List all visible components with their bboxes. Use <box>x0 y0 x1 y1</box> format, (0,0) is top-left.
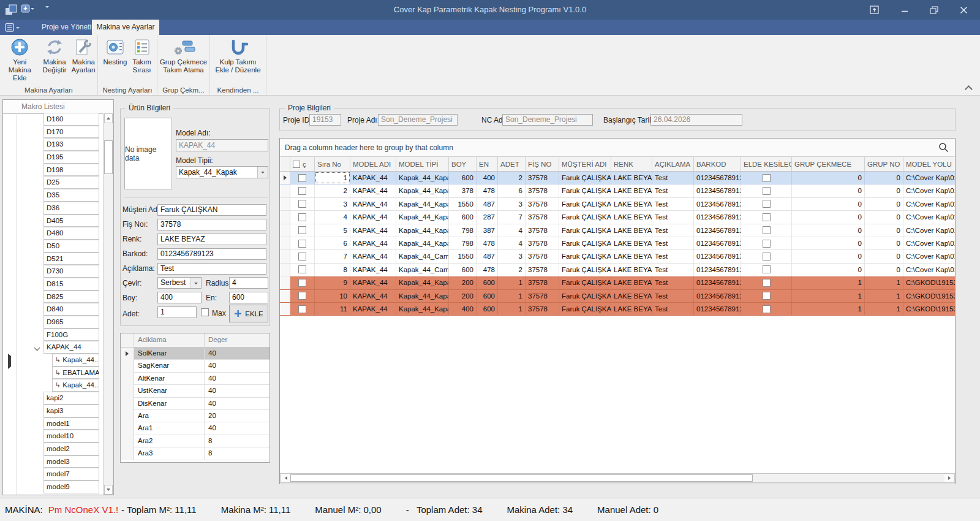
edges-cell-deger[interactable]: 8 <box>205 435 270 447</box>
grid-column-header[interactable]: MODEL TİPİ <box>396 157 449 171</box>
grid-column-header[interactable]: GRUP NO <box>865 157 903 171</box>
boy-field[interactable]: 400 <box>157 292 202 303</box>
edges-row[interactable]: Ara38 <box>121 447 270 460</box>
edges-cell-deger[interactable]: 40 <box>205 422 270 435</box>
grid-cell[interactable]: Faruk ÇALIŞKAN <box>559 250 611 262</box>
checkbox[interactable] <box>763 187 771 195</box>
grid-row[interactable]: 8KAPAK_44Kapak_44_Cam600478237578Faruk Ç… <box>280 264 955 276</box>
grid-cell[interactable]: C:\Cover Kap\01 <box>903 250 956 262</box>
grid-cell[interactable]: LAKE BEYAZ <box>611 303 652 315</box>
grid-cell[interactable]: 2 <box>498 264 526 276</box>
grid-cell[interactable]: Test <box>652 290 694 302</box>
grid-cell[interactable]: 0123456789123 <box>694 264 741 276</box>
field-input[interactable]: LAKE BEYAZ <box>157 234 266 245</box>
grid-column-header[interactable]: BARKOD <box>694 157 741 171</box>
grid-row[interactable]: 3KAPAK_44Kapak_44_Kapak1550487337578Faru… <box>280 198 955 211</box>
tab-makina-ve-ayarlar[interactable]: Makina ve Ayarlar <box>92 20 159 35</box>
edges-cell-aciklama[interactable]: Ara2 <box>134 435 205 447</box>
edges-cell-deger[interactable]: 40 <box>205 385 270 397</box>
grid-cell[interactable]: LAKE BEYAZ <box>611 237 652 249</box>
grid-cell[interactable]: 0 <box>792 237 865 249</box>
grid-cell[interactable]: C:\Cover Kap\01 <box>903 198 956 210</box>
grid-cell[interactable]: 287 <box>477 211 498 223</box>
checkbox[interactable] <box>298 174 306 182</box>
grid-cell[interactable]: C:\Cover Kap\01 <box>903 264 956 276</box>
grid-cell[interactable]: Test <box>652 237 694 249</box>
row-select-checkbox-cell[interactable] <box>290 184 315 197</box>
row-select-checkbox-cell[interactable] <box>290 290 315 302</box>
grid-cell[interactable]: C:\GKOD\19153_S <box>903 290 956 302</box>
tree-item[interactable]: D160 <box>3 113 103 126</box>
checkbox[interactable] <box>298 213 306 221</box>
scroll-down-button[interactable] <box>104 485 113 495</box>
grid-column-header[interactable]: Sıra No <box>315 157 350 171</box>
grid-cell[interactable]: 4 <box>498 224 526 237</box>
grid-cell[interactable]: 200 <box>449 276 477 289</box>
row-select-checkbox-cell[interactable] <box>290 211 315 223</box>
grid-cell[interactable]: 0 <box>792 172 865 184</box>
grid-cell[interactable]: KAPAK_44 <box>350 303 396 315</box>
tree-item[interactable]: model10 <box>3 430 103 443</box>
grid-cell[interactable]: 37578 <box>526 198 559 210</box>
elde-kesilecek-checkbox-cell[interactable] <box>741 172 792 184</box>
grid-cell[interactable]: 1 <box>865 290 903 302</box>
grid-cell[interactable]: Kapak_44_Kapak <box>396 290 449 302</box>
grid-column-header[interactable]: AÇIKLAMA <box>652 157 694 171</box>
checkbox[interactable] <box>763 265 771 273</box>
row-select-checkbox-cell[interactable] <box>290 264 315 276</box>
grid-cell[interactable]: 487 <box>477 250 498 262</box>
tree-item[interactable]: ↳EBATLAMA <box>3 367 103 380</box>
grid-cell[interactable]: 37578 <box>526 290 559 302</box>
grid-cell[interactable]: 0 <box>792 224 865 237</box>
grid-cell[interactable]: 37578 <box>526 250 559 262</box>
checkbox[interactable] <box>298 305 306 313</box>
grid-cell[interactable]: Faruk ÇALIŞKAN <box>559 211 611 223</box>
edges-cell-deger[interactable]: 8 <box>205 447 270 460</box>
edges-cell-aciklama[interactable]: SagKenar <box>134 360 205 372</box>
grid-cell[interactable]: Test <box>652 198 694 210</box>
grid-cell[interactable]: Kapak_44_Kapak <box>396 303 449 315</box>
grid-cell[interactable]: 0 <box>792 264 865 276</box>
tree-item[interactable]: D25 <box>3 177 103 189</box>
grid-cell[interactable]: 6 <box>498 184 526 197</box>
project-field-input[interactable]: 19153 <box>309 114 341 126</box>
grid-cell[interactable]: 1 <box>498 276 526 289</box>
checkbox[interactable] <box>298 253 306 260</box>
edges-cell-aciklama[interactable]: Ara <box>134 410 205 422</box>
grid-cell[interactable]: C:\Cover Kap\01 <box>903 172 956 184</box>
group-by-panel[interactable]: Drag a column header here to group by th… <box>280 139 955 157</box>
grid-cell[interactable]: LAKE BEYAZ <box>611 198 652 210</box>
tree-item[interactable]: D198 <box>3 164 103 177</box>
edges-cell-deger[interactable]: 40 <box>205 398 270 410</box>
grid-cell[interactable]: Faruk ÇALIŞKAN <box>559 237 611 249</box>
grid-column-header[interactable]: ç <box>290 157 315 171</box>
grid-cell[interactable]: 600 <box>477 276 498 289</box>
grid-cell[interactable]: 200 <box>449 290 477 302</box>
tree-item[interactable]: model2 <box>3 443 103 456</box>
grid-cell[interactable]: C:\Cover Kap\01 <box>903 224 956 237</box>
tree-item[interactable]: D170 <box>3 126 103 139</box>
grid-cell[interactable]: 798 <box>449 237 477 249</box>
edges-cell-aciklama[interactable]: SolKenar <box>134 348 205 360</box>
edges-row[interactable]: Ara28 <box>121 435 270 447</box>
elde-kesilecek-checkbox-cell[interactable] <box>741 276 792 289</box>
grid-cell[interactable]: 11 <box>315 303 350 315</box>
grid-cell[interactable]: 798 <box>449 224 477 237</box>
grid-row[interactable]: 11KAPAK_44Kapak_44_Kapak400600137578Faru… <box>280 303 955 316</box>
grid-cell[interactable]: 0123456789123 <box>694 237 741 249</box>
grid-cell[interactable]: Kapak_44_Kapak <box>396 172 449 184</box>
model-adi-field[interactable]: KAPAK_44 <box>176 139 268 151</box>
grid-cell[interactable]: C:\Cover Kap\01 <box>903 184 956 197</box>
select-all-checkbox[interactable] <box>293 161 300 168</box>
restore-button[interactable] <box>924 2 944 17</box>
panel-toggle-button[interactable] <box>864 2 884 17</box>
edges-row[interactable]: SagKenar40 <box>121 360 270 372</box>
grid-cell[interactable]: 2 <box>498 172 526 184</box>
project-field-input[interactable]: Son_Deneme_Projesi <box>378 114 458 126</box>
grid-cell[interactable]: Kapak_44_Kapak <box>396 198 449 210</box>
grid-cell[interactable]: LAKE BEYAZ <box>611 224 652 237</box>
checkbox[interactable] <box>763 292 771 300</box>
grid-cell[interactable]: 1550 <box>449 250 477 262</box>
edges-cell-aciklama[interactable]: DisKenar <box>134 398 205 410</box>
tree-item[interactable]: D405 <box>3 215 103 228</box>
